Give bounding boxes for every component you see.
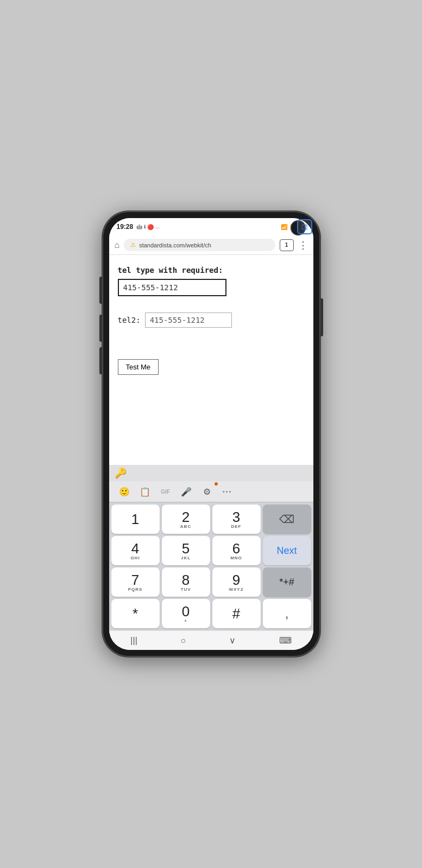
key-next[interactable]: Next	[263, 536, 311, 565]
test-me-button[interactable]: Test Me	[118, 359, 159, 375]
browser-bar: ⌂ ⚠ standardista.com/webkit/ch 1 ⋮	[109, 235, 313, 255]
key-1-main: 1	[131, 512, 139, 526]
key-4[interactable]: 4 GHI	[111, 536, 160, 565]
url-bar[interactable]: ⚠ standardista.com/webkit/ch	[124, 239, 275, 251]
bottom-nav: ||| ○ ∨ ⌨	[109, 630, 313, 650]
security-warning-icon: ⚠	[130, 241, 136, 248]
more-icon[interactable]: •••	[218, 483, 237, 500]
keyboard-area: 🔑 🙂 📋 GIF 🎤 ⚙ ••• 1	[109, 465, 313, 650]
info-icon: ℹ	[144, 224, 146, 229]
tab-count-button[interactable]: 1	[280, 239, 294, 251]
key-6-sub: MNO	[230, 556, 242, 560]
key-7-sub: PQRS	[128, 587, 143, 592]
key-comma[interactable]: ,	[263, 599, 311, 628]
backspace-icon: ⌫	[279, 513, 294, 526]
gif-icon[interactable]: GIF	[156, 483, 175, 500]
key-icon: 🔑	[115, 467, 127, 479]
key-9-sub: WXYZ	[229, 587, 243, 592]
keyboard-hide-button[interactable]: ⌨	[270, 633, 300, 648]
android-icon: 🤖	[136, 224, 142, 229]
key-6-main: 6	[232, 541, 240, 556]
key-2-main: 2	[182, 510, 190, 524]
wifi-icon: 📶	[281, 224, 287, 230]
key-5-sub: JKL	[181, 556, 191, 560]
tel2-input[interactable]	[145, 312, 232, 328]
key-8-sub: TUV	[181, 587, 191, 592]
browser-menu-button[interactable]: ⋮	[298, 240, 308, 250]
phone-screen: 19:28 🤖 ℹ 🔴 ... 📶 📶 🔋 ⌂ ⚠ standardista.c…	[109, 218, 313, 650]
emoji-icon[interactable]: 🙂	[115, 483, 134, 500]
screenshot-capture-icon: ⊡	[297, 219, 312, 234]
key-0-main: 0	[182, 604, 190, 618]
key-1[interactable]: 1	[111, 505, 160, 534]
comma-label: ,	[285, 606, 289, 621]
clipboard-icon[interactable]: 📋	[135, 483, 155, 500]
tel2-label: tel2:	[118, 316, 141, 324]
status-icons: 🤖 ℹ 🔴 ...	[136, 224, 160, 230]
tel2-row: tel2:	[118, 312, 305, 328]
keyboard-toolbar: 🙂 📋 GIF 🎤 ⚙ •••	[109, 481, 313, 502]
key-backspace[interactable]: ⌫	[263, 505, 311, 534]
key-0-sub: +	[184, 618, 187, 623]
key-star-main: *	[133, 607, 138, 621]
special-chars-label: *+#	[279, 577, 294, 588]
key-8[interactable]: 8 TUV	[162, 567, 210, 597]
settings-dot	[215, 482, 218, 486]
key-9[interactable]: 9 WXYZ	[212, 567, 261, 597]
app-icon: 🔴	[147, 224, 154, 230]
key-4-main: 4	[131, 541, 139, 556]
url-text: standardista.com/webkit/ch	[139, 242, 211, 248]
key-6[interactable]: 6 MNO	[212, 536, 261, 565]
status-time: 19:28	[117, 223, 134, 231]
key-hash[interactable]: #	[212, 599, 261, 628]
key-7[interactable]: 7 PQRS	[111, 567, 160, 597]
key-star[interactable]: *	[111, 599, 160, 628]
back-button[interactable]: |||	[122, 634, 146, 648]
tel-label: tel type with required:	[118, 266, 305, 275]
key-5-main: 5	[182, 541, 190, 556]
phone-frame: 19:28 🤖 ℹ 🔴 ... 📶 📶 🔋 ⌂ ⚠ standardista.c…	[103, 212, 320, 656]
key-5[interactable]: 5 JKL	[162, 536, 210, 565]
key-icon-row: 🔑	[109, 465, 313, 481]
key-3-sub: DEF	[231, 524, 242, 529]
key-hash-main: #	[232, 607, 240, 621]
next-label: Next	[276, 545, 297, 557]
key-2-sub: ABC	[180, 524, 191, 529]
dots-icon: ...	[155, 224, 160, 229]
key-3[interactable]: 3 DEF	[212, 505, 261, 534]
recents-button[interactable]: ∨	[221, 633, 244, 648]
settings-icon[interactable]: ⚙	[197, 483, 217, 500]
key-special-chars[interactable]: *+#	[263, 567, 311, 597]
key-2[interactable]: 2 ABC	[162, 505, 210, 534]
status-bar: 19:28 🤖 ℹ 🔴 ... 📶 📶 🔋	[109, 218, 313, 235]
key-9-main: 9	[232, 573, 240, 587]
key-3-main: 3	[232, 510, 240, 524]
home-button[interactable]: ⌂	[115, 240, 120, 250]
key-4-sub: GHI	[130, 556, 140, 560]
web-content: tel type with required: tel2: Test Me	[109, 255, 313, 465]
numpad: 1 2 ABC 3 DEF ⌫ 4 GHI	[109, 502, 313, 630]
home-nav-button[interactable]: ○	[172, 634, 195, 648]
key-7-main: 7	[131, 573, 139, 587]
mic-icon[interactable]: 🎤	[177, 483, 196, 500]
key-8-main: 8	[182, 573, 190, 587]
key-0[interactable]: 0 +	[162, 599, 210, 628]
tel-input[interactable]	[118, 279, 226, 296]
